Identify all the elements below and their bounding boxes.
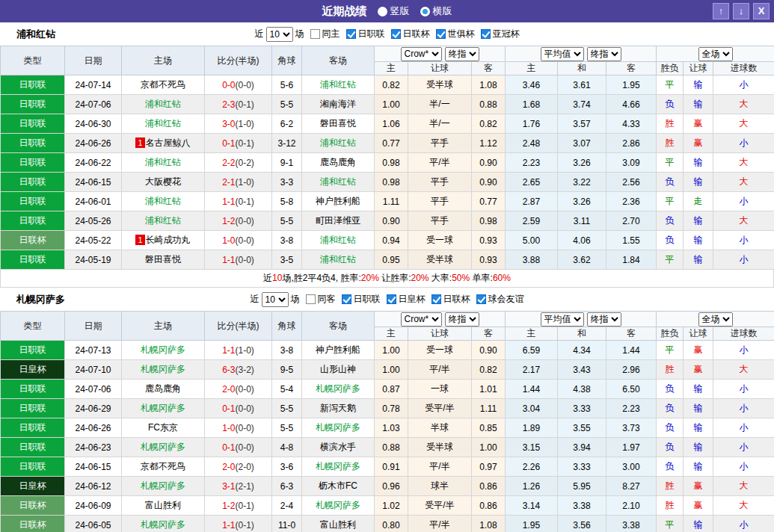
result-wdl: 负	[657, 457, 684, 477]
section-1-competition-checkbox-2[interactable]	[431, 294, 441, 304]
home-team-name: 富山胜利	[145, 500, 181, 510]
handicap-odds-0: 1.02	[375, 496, 408, 516]
average-odds-1: 3.94	[558, 438, 606, 457]
result-goals: 大	[713, 114, 774, 134]
result-wdl: 负	[657, 211, 684, 231]
section-1-match-count-select[interactable]: 10	[262, 292, 289, 307]
summary-segment: 近	[263, 273, 272, 283]
section-0-competition-checkbox-0[interactable]	[346, 29, 356, 39]
match-date: 24-06-15	[65, 173, 122, 192]
away-team: 湘南海洋	[302, 95, 375, 114]
average-odds-1: 3.62	[558, 250, 606, 270]
section-0-competition-checkbox-3[interactable]	[481, 29, 491, 39]
vertical-layout-label[interactable]: 竖版	[390, 4, 410, 18]
move-down-icon[interactable]: ↓	[733, 3, 749, 19]
section-1-odds-source-select[interactable]: Crow*	[401, 312, 442, 327]
handicap-odds-0: 0.90	[375, 211, 408, 231]
result-handicap: 输	[684, 95, 713, 114]
competition-badge: 日职联	[1, 380, 65, 399]
corner-count: 6-2	[272, 114, 302, 134]
section-0-same-venue-checkbox[interactable]	[310, 29, 320, 39]
section-1-competition-checkbox-1[interactable]	[387, 294, 396, 304]
section-0-final-index-select-1[interactable]: 终指	[445, 47, 479, 61]
result-handicap: 输	[684, 438, 713, 457]
section-0-average-select[interactable]: 平均值	[541, 47, 584, 61]
section-0-competition-checkbox-1[interactable]	[391, 29, 401, 39]
section-1-scope-select[interactable]: 全场	[698, 312, 733, 327]
result-wdl: 胜	[657, 360, 684, 380]
section-0-scope-select[interactable]: 全场	[698, 47, 733, 61]
score-cell: 3-1(2-1)	[205, 477, 272, 496]
average-odds-1: 3.61	[558, 75, 606, 95]
average-odds-0: 1.68	[506, 95, 558, 114]
move-up-icon[interactable]: ↑	[713, 3, 729, 19]
result-handicap: 输	[684, 380, 713, 399]
section-1-results-table: 类型日期主场比分(半场)角球客场Crow*终指平均值终指全场主让球客主和客胜负让…	[0, 311, 774, 532]
section-0-competition-label-0: 日职联	[358, 28, 385, 40]
section-0-competition-checkbox-2[interactable]	[436, 29, 446, 39]
section-1-same-venue-checkbox[interactable]	[306, 294, 316, 304]
section-0-table-row-5: 日职联24-06-15大阪樱花2-1(1-0)3-3浦和红钻0.98平手0.90…	[1, 173, 774, 192]
handicap-odds-1: 受半球	[408, 75, 472, 95]
handicap-odds-2: 0.93	[472, 250, 506, 270]
competition-badge: 日皇杯	[1, 360, 65, 380]
section-1-subheader-7: 让球	[684, 327, 713, 341]
summary-segment: 让胜率:	[379, 273, 411, 283]
section-0-header-1: 日期	[65, 46, 122, 75]
match-date: 24-06-09	[65, 496, 122, 516]
neutral-venue-badge: 1	[135, 235, 144, 245]
away-team-name: 横滨水手	[320, 442, 356, 452]
section-1-final-index-select-1[interactable]: 终指	[445, 312, 479, 327]
handicap-odds-0: 0.96	[375, 477, 408, 496]
horizontal-layout-radio[interactable]	[420, 7, 430, 16]
handicap-odds-0: 1.11	[375, 192, 408, 211]
recent-results-panel: 近期战绩 竖版 横版 ↑ ↓ X 浦和红钻近10场同主日职联日联杯世俱杯亚冠杯类…	[0, 0, 774, 532]
result-wdl: 胜	[657, 134, 684, 153]
section-0-subheader-0: 主	[375, 62, 408, 75]
score-cell: 0-1(0-0)	[205, 438, 272, 457]
section-1-subheader-5: 客	[606, 327, 657, 341]
section-0-final-index-select-2[interactable]: 终指	[587, 47, 621, 61]
section-0-odds-source-select[interactable]: Crow*	[401, 47, 442, 61]
section-1-competition-checkbox-0[interactable]	[342, 294, 351, 304]
result-goals: 小	[713, 250, 774, 270]
section-1-subheader-4: 和	[558, 327, 606, 341]
away-team-name: 浦和红钻	[320, 137, 356, 148]
match-date: 24-07-10	[65, 360, 122, 380]
result-handicap: 赢	[684, 341, 713, 360]
fulltime-score: 2-1	[222, 177, 235, 188]
corner-count: 3-12	[272, 134, 302, 153]
section-0-match-count-select[interactable]: 10	[266, 27, 293, 42]
away-team: 札幌冈萨多	[302, 418, 375, 438]
score-cell: 1-2(0-1)	[205, 496, 272, 516]
result-handicap: 赢	[684, 114, 713, 134]
average-odds-0: 1.76	[506, 114, 558, 134]
corner-count: 3-5	[272, 250, 302, 270]
score-cell: 2-1(1-0)	[205, 173, 272, 192]
corner-count: 3-8	[272, 341, 302, 360]
horizontal-layout-label[interactable]: 横版	[433, 4, 452, 18]
home-team: 浦和红钻	[122, 114, 205, 134]
section-0-table-row-9: 日职联24-05-19磐田喜悦1-1(0-0)3-5浦和红钻0.95受半球0.9…	[1, 250, 774, 270]
handicap-odds-0: 1.00	[375, 360, 408, 380]
home-team: 浦和红钻	[122, 192, 205, 211]
section-1-competition-label-1: 日皇杯	[399, 293, 426, 306]
score-cell: 3-0(1-0)	[205, 114, 272, 134]
halftime-score: (0-0)	[236, 403, 254, 414]
vertical-layout-radio[interactable]	[378, 7, 387, 16]
halftime-score: (2-0)	[236, 462, 254, 472]
close-icon[interactable]: X	[753, 3, 770, 19]
halftime-score: (2-1)	[236, 481, 254, 492]
section-1-average-select[interactable]: 平均值	[541, 312, 584, 327]
section-0-games-label: 场	[295, 28, 304, 40]
section-1-competition-checkbox-3[interactable]	[476, 294, 486, 304]
competition-badge: 日职联	[1, 418, 65, 438]
section-0-summary: 近10场,胜2平4负4, 胜率:20% 让胜率:20% 大率:50% 单率:60…	[0, 270, 774, 288]
average-odds-0: 3.88	[506, 250, 558, 270]
score-cell: 0-1(0-0)	[205, 399, 272, 418]
section-1-final-index-select-2[interactable]: 终指	[587, 312, 621, 327]
average-odds-2: 8.27	[606, 477, 657, 496]
away-team-name: 札幌冈萨多	[316, 461, 360, 471]
away-team: 浦和红钻	[302, 250, 375, 270]
panel-title: 近期战绩	[322, 4, 367, 19]
